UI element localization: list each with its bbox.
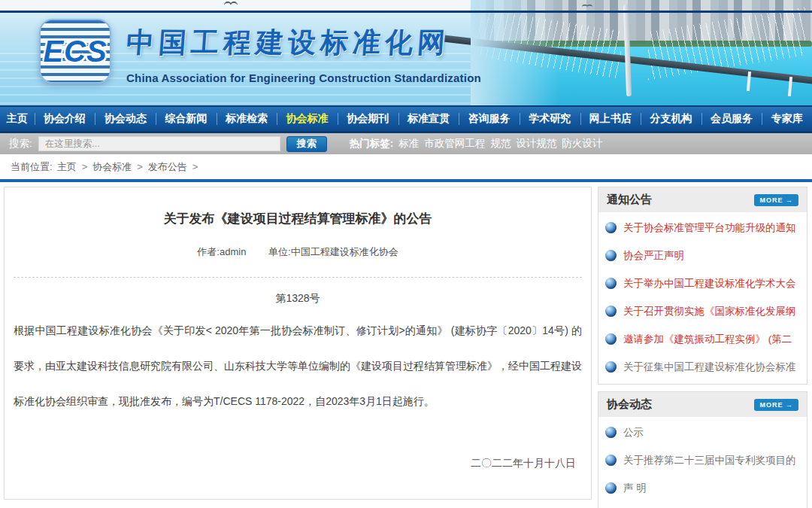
- seagull-icon: [224, 2, 238, 8]
- news-link[interactable]: 关于推荐第二十三届中国专利奖项目的: [623, 454, 796, 467]
- seagull-icon: [582, 5, 592, 10]
- breadcrumb-standards[interactable]: 协会标准: [92, 160, 132, 174]
- list-item: 邀请参加《建筑振动工程实例》 (第二: [605, 325, 800, 353]
- globe-icon: [605, 482, 617, 494]
- search-button[interactable]: 搜索: [286, 136, 327, 152]
- site-logo[interactable]: ECS: [39, 19, 111, 84]
- content-area: 关于发布《建设项目过程结算管理标准》的公告 作者:admin 单位:中国工程建设…: [0, 182, 812, 508]
- nav-item-about[interactable]: 协会介绍: [35, 107, 95, 131]
- nav-item-standard-search[interactable]: 标准检索: [217, 107, 277, 131]
- article-body: 根据中国工程建设标准化协会《关于印发< 2020年第一批协会标准制订、修订计划>…: [14, 313, 582, 419]
- globe-icon: [605, 427, 617, 438]
- breadcrumb-separator: >: [192, 161, 198, 172]
- sea-water: [471, 47, 812, 105]
- news-link[interactable]: 公示: [623, 426, 644, 440]
- news-panel-header: 协会动态 MORE →: [598, 392, 807, 417]
- hot-tag[interactable]: 市政管网工程: [424, 137, 485, 151]
- list-item: 关于举办中国工程建设标准化学术大会: [605, 269, 800, 297]
- site-subtitle: China Association for Engineering Constr…: [126, 71, 481, 84]
- hot-tag[interactable]: 标准: [398, 137, 419, 151]
- nav-item-association-standards[interactable]: 协会标准: [277, 107, 338, 131]
- list-item: 关于推荐第二十二届中国专利奖项目的: [605, 502, 800, 508]
- breadcrumb-home[interactable]: 主页: [57, 160, 77, 174]
- main-nav: 主页 协会介绍 协会动态 综合新闻 标准检索 协会标准 协会期刊 标准宣贯 咨询…: [0, 105, 812, 133]
- hot-tag[interactable]: 设计规范: [516, 137, 556, 151]
- article-unit: 单位:中国工程建设标准化协会: [268, 246, 398, 257]
- site-titles: 中国工程建设标准化网 China Association for Enginee…: [126, 24, 481, 84]
- bridge-cables-right: [648, 7, 805, 80]
- list-item: 关于协会标准管理平台功能升级的通知: [605, 214, 800, 242]
- logo-text: ECS: [43, 35, 107, 68]
- globe-icon: [605, 455, 617, 466]
- news-link[interactable]: 声 明: [623, 482, 647, 495]
- hot-tag[interactable]: 规范: [490, 137, 511, 151]
- globe-icon: [605, 333, 617, 345]
- news-title: 协会动态: [607, 397, 652, 412]
- search-input[interactable]: [38, 136, 280, 151]
- page: ECS 中国工程建设标准化网 China Association for Eng…: [0, 0, 812, 508]
- globe-icon: [605, 222, 617, 233]
- bridge-pier: [788, 77, 792, 96]
- notice-link[interactable]: 邀请参加《建筑振动工程实例》 (第二: [623, 333, 792, 346]
- nav-item-experts[interactable]: 专家库: [762, 107, 812, 131]
- list-item: 协会严正声明: [605, 242, 800, 269]
- hot-tag[interactable]: 防火设计: [562, 137, 602, 151]
- notices-list: 关于协会标准管理平台功能升级的通知 协会严正声明 关于举办中国工程建设标准化学术…: [598, 212, 807, 384]
- news-more-button[interactable]: MORE →: [754, 399, 798, 411]
- notice-link[interactable]: 协会严正声明: [623, 249, 684, 263]
- nav-item-consulting[interactable]: 咨询服务: [459, 107, 520, 131]
- article-title: 关于发布《建设项目过程结算管理标准》的公告: [14, 210, 582, 227]
- shore-greenery: [471, 41, 812, 47]
- globe-icon: [605, 361, 617, 373]
- site-title: 中国工程建设标准化网: [125, 24, 482, 62]
- breadcrumb-announcements[interactable]: 发布公告: [148, 160, 187, 174]
- nav-item-standard-promotion[interactable]: 标准宣贯: [398, 107, 459, 131]
- nav-item-home[interactable]: 主页: [0, 107, 35, 131]
- city-skyline: [471, 0, 812, 44]
- notice-link[interactable]: 关于召开贯彻实施《国家标准化发展纲: [623, 305, 796, 318]
- list-item: 关于推荐第二十三届中国专利奖项目的: [605, 446, 800, 474]
- list-item: 关于召开贯彻实施《国家标准化发展纲: [605, 297, 800, 325]
- article-doc-number: 第1328号: [14, 292, 582, 306]
- notices-more-button[interactable]: MORE →: [754, 194, 798, 206]
- notices-panel-header: 通知公告 MORE →: [598, 187, 807, 212]
- globe-icon: [605, 250, 617, 261]
- globe-icon: [605, 278, 617, 289]
- article-meta: 作者:admin 单位:中国工程建设标准化协会: [14, 245, 582, 259]
- list-item: 声 明: [605, 474, 800, 502]
- hot-tags-label: 热门标签:: [350, 137, 394, 151]
- banner-sky: [0, 0, 504, 11]
- news-panel: 协会动态 MORE → 公示 关于推荐第二十三届中国专利奖项目的 声 明: [598, 391, 807, 508]
- nav-item-academic-research[interactable]: 学术研究: [520, 107, 580, 131]
- nav-item-membership[interactable]: 会员服务: [701, 107, 762, 131]
- search-label: 搜索:: [9, 137, 32, 151]
- notice-link[interactable]: 关于征集中国工程建设标准化协会标准: [623, 360, 796, 374]
- breadcrumb-label: 当前位置:: [11, 160, 53, 174]
- globe-icon: [605, 306, 617, 317]
- breadcrumb-separator: >: [137, 161, 143, 172]
- breadcrumb-separator: >: [82, 161, 88, 172]
- notices-title: 通知公告: [607, 193, 652, 207]
- notices-panel: 通知公告 MORE → 关于协会标准管理平台功能升级的通知 协会严正声明 关于举…: [598, 187, 807, 385]
- article-date: 二〇二二年十月十八日: [14, 457, 582, 470]
- breadcrumb: 当前位置: 主页 > 协会标准 > 发布公告 >: [0, 154, 812, 179]
- notice-link[interactable]: 关于举办中国工程建设标准化学术大会: [623, 277, 796, 291]
- notice-link[interactable]: 关于协会标准管理平台功能升级的通知: [623, 221, 796, 235]
- bridge-deck: [444, 35, 812, 86]
- nav-item-association-news[interactable]: 协会动态: [95, 107, 156, 131]
- nav-item-bookstore[interactable]: 网上书店: [580, 107, 641, 131]
- list-item: 公示: [605, 418, 800, 446]
- banner-top-rule: [0, 11, 812, 13]
- bridge-cables-left: [477, 8, 621, 79]
- sidebar: 通知公告 MORE → 关于协会标准管理平台功能升级的通知 协会严正声明 关于举…: [598, 187, 807, 508]
- banner-bridge-scene: [471, 0, 812, 105]
- article-divider: [14, 277, 582, 278]
- search-bar: 搜索: 搜索 热门标签: 标准 市政管网工程 规范 设计规范 防火设计: [0, 133, 812, 154]
- nav-item-journal[interactable]: 协会期刊: [338, 107, 398, 131]
- nav-item-branches[interactable]: 分支机构: [641, 107, 701, 131]
- article-author: 作者:admin: [197, 246, 246, 257]
- nav-item-general-news[interactable]: 综合新闻: [156, 107, 217, 131]
- news-list: 公示 关于推荐第二十三届中国专利奖项目的 声 明 关于推荐第二十二届中国专利奖项…: [598, 417, 807, 508]
- bridge-pier: [747, 71, 751, 91]
- article-panel: 关于发布《建设项目过程结算管理标准》的公告 作者:admin 单位:中国工程建设…: [4, 187, 592, 500]
